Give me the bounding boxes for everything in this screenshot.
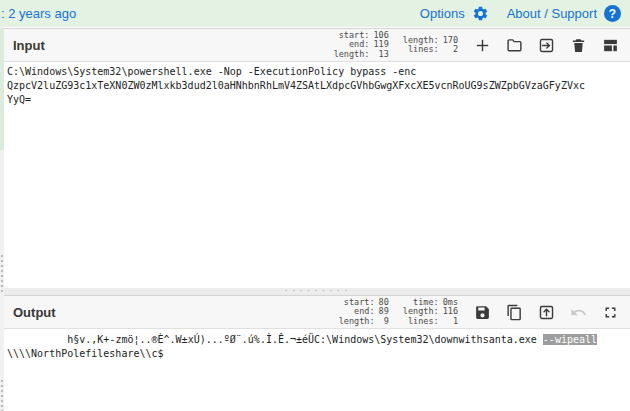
stat-value: 1 (443, 317, 458, 327)
input-line: QzpcV2luZG93c1xTeXN0ZW0zMlxkb3dud2l0aHNh… (7, 79, 626, 93)
stat-value: 2 (443, 45, 458, 55)
stat-value: 13 (373, 50, 388, 60)
stat-label: lines: (403, 45, 439, 55)
options-button[interactable]: Options (420, 6, 465, 21)
input-doc-stats: length:170 lines:2 (403, 36, 458, 55)
save-icon (474, 304, 491, 321)
input-line: C:\Windows\System32\powershell.exe -Nop … (7, 65, 626, 79)
input-selection-stats: start:106 end:119 length:13 (334, 31, 389, 60)
input-pane-header: Input start:106 end:119 length:13 length… (4, 28, 630, 62)
input-pane-title: Input (4, 38, 45, 53)
help-icon[interactable]: ? (604, 5, 621, 22)
output-selected-text: --wipeall (543, 334, 597, 345)
splitter-grip-dots (1, 380, 3, 411)
splitter-grip-dots: ········· (284, 289, 351, 294)
stat-label: length: (334, 50, 370, 60)
open-file-button[interactable] (538, 37, 555, 54)
replace-input-icon (538, 304, 555, 321)
reset-layout-button[interactable] (602, 37, 619, 54)
input-line: YyQ= (7, 93, 626, 107)
add-input-icon (474, 37, 491, 54)
io-pane-splitter[interactable]: ········· (4, 288, 630, 295)
stat-label: length: (339, 317, 375, 327)
gear-icon (472, 5, 489, 22)
copy-icon (506, 304, 523, 321)
output-selection-stats: start:80 end:89 length:9 (339, 298, 389, 327)
undo-icon (570, 304, 587, 321)
open-folder-icon (506, 37, 523, 54)
output-textarea[interactable]: h§v.,K+-zmö¦..®È^.W±xÚ)...ºØ¨.ú%.Ì.Ê.¬±é… (4, 330, 628, 411)
output-pane-header: Output start:80 end:89 length:9 time:0ms… (4, 295, 630, 329)
options-gear-button[interactable] (472, 5, 489, 22)
stat-value: 9 (379, 317, 389, 327)
stat-label: lines: (403, 317, 439, 327)
open-file-icon (538, 37, 555, 54)
output-pane-title: Output (4, 305, 56, 320)
about-support-link[interactable]: About / Support (507, 6, 597, 21)
save-output-button[interactable] (474, 304, 491, 321)
replace-input-button[interactable] (538, 304, 555, 321)
add-input-button[interactable] (474, 37, 491, 54)
maximise-icon (602, 304, 619, 321)
clear-io-button[interactable] (570, 37, 587, 54)
maximise-output-button[interactable] (602, 304, 619, 321)
copy-output-button[interactable] (506, 304, 523, 321)
input-textarea[interactable]: C:\Windows\System32\powershell.exe -Nop … (4, 62, 628, 288)
top-banner: : 2 years ago Options About / Support ? (0, 0, 630, 27)
output-doc-stats: time:0ms length:116 lines:1 (403, 298, 458, 327)
reset-layout-icon (602, 37, 619, 54)
last-build-text: : 2 years ago (0, 6, 76, 21)
trash-icon (570, 37, 587, 54)
undo-button[interactable] (570, 304, 587, 321)
output-text-suffix: \\\\NorthPolefileshare\\c$ (7, 348, 164, 359)
open-folder-button[interactable] (506, 37, 523, 54)
splitter-grip-dots (1, 255, 3, 295)
output-text-prefix: h§v.,K+-zmö¦..®È^.W±xÚ)...ºØ¨.ú%.Ì.Ê.¬±é… (7, 334, 543, 345)
